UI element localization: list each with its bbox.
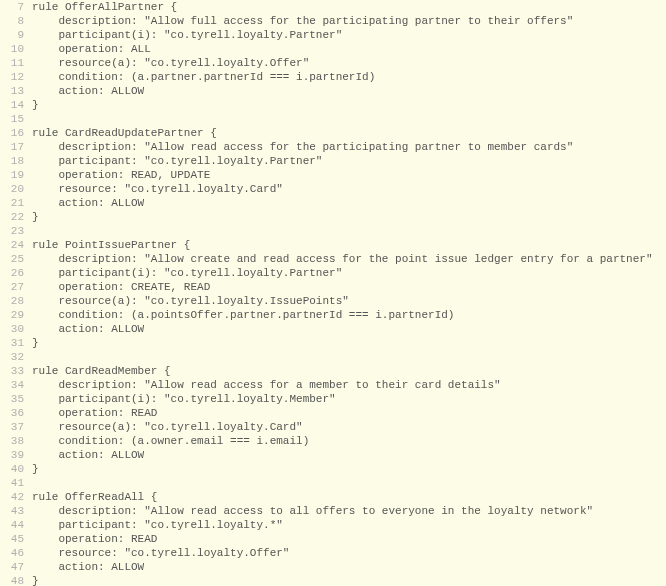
code-text: rule OfferAllPartner { bbox=[32, 0, 177, 14]
line-number: 25 bbox=[0, 252, 32, 266]
code-text: resource(a): "co.tyrell.loyalty.Offer" bbox=[32, 56, 309, 70]
code-text: condition: (a.owner.email === i.email) bbox=[32, 434, 309, 448]
code-line: 37 resource(a): "co.tyrell.loyalty.Card" bbox=[0, 420, 666, 434]
code-text: resource: "co.tyrell.loyalty.Offer" bbox=[32, 546, 289, 560]
code-line: 40} bbox=[0, 462, 666, 476]
code-text: description: "Allow read access for a me… bbox=[32, 378, 501, 392]
code-text: description: "Allow create and read acce… bbox=[32, 252, 653, 266]
line-number: 45 bbox=[0, 532, 32, 546]
code-line: 36 operation: READ bbox=[0, 406, 666, 420]
code-text: operation: READ bbox=[32, 406, 157, 420]
code-line: 30 action: ALLOW bbox=[0, 322, 666, 336]
line-number: 9 bbox=[0, 28, 32, 42]
line-number: 30 bbox=[0, 322, 32, 336]
line-number: 42 bbox=[0, 490, 32, 504]
code-text: action: ALLOW bbox=[32, 322, 144, 336]
code-line: 41 bbox=[0, 476, 666, 490]
line-number: 36 bbox=[0, 406, 32, 420]
line-number: 48 bbox=[0, 574, 32, 586]
code-text: condition: (a.partner.partnerId === i.pa… bbox=[32, 70, 375, 84]
line-number: 34 bbox=[0, 378, 32, 392]
code-line: 16rule CardReadUpdatePartner { bbox=[0, 126, 666, 140]
code-line: 27 operation: CREATE, READ bbox=[0, 280, 666, 294]
code-line: 28 resource(a): "co.tyrell.loyalty.Issue… bbox=[0, 294, 666, 308]
code-text: rule OfferReadAll { bbox=[32, 490, 157, 504]
line-number: 23 bbox=[0, 224, 32, 238]
line-number: 37 bbox=[0, 420, 32, 434]
code-line: 35 participant(i): "co.tyrell.loyalty.Me… bbox=[0, 392, 666, 406]
line-number: 29 bbox=[0, 308, 32, 322]
line-number: 7 bbox=[0, 0, 32, 14]
code-line: 45 operation: READ bbox=[0, 532, 666, 546]
line-number: 39 bbox=[0, 448, 32, 462]
code-line: 13 action: ALLOW bbox=[0, 84, 666, 98]
code-text: } bbox=[32, 336, 39, 350]
code-line: 24rule PointIssuePartner { bbox=[0, 238, 666, 252]
line-number: 14 bbox=[0, 98, 32, 112]
code-line: 26 participant(i): "co.tyrell.loyalty.Pa… bbox=[0, 266, 666, 280]
line-number: 33 bbox=[0, 364, 32, 378]
line-number: 16 bbox=[0, 126, 32, 140]
code-line: 31} bbox=[0, 336, 666, 350]
code-line: 44 participant: "co.tyrell.loyalty.*" bbox=[0, 518, 666, 532]
line-number: 35 bbox=[0, 392, 32, 406]
line-number: 40 bbox=[0, 462, 32, 476]
code-text: action: ALLOW bbox=[32, 84, 144, 98]
code-text: participant(i): "co.tyrell.loyalty.Membe… bbox=[32, 392, 336, 406]
code-line: 20 resource: "co.tyrell.loyalty.Card" bbox=[0, 182, 666, 196]
line-number: 47 bbox=[0, 560, 32, 574]
code-text: } bbox=[32, 98, 39, 112]
code-line: 25 description: "Allow create and read a… bbox=[0, 252, 666, 266]
code-line: 39 action: ALLOW bbox=[0, 448, 666, 462]
line-number: 38 bbox=[0, 434, 32, 448]
code-text: description: "Allow read access to all o… bbox=[32, 504, 593, 518]
code-text: } bbox=[32, 574, 39, 586]
code-line: 38 condition: (a.owner.email === i.email… bbox=[0, 434, 666, 448]
code-text: rule PointIssuePartner { bbox=[32, 238, 190, 252]
code-text: description: "Allow read access for the … bbox=[32, 140, 573, 154]
code-line: 23 bbox=[0, 224, 666, 238]
code-line: 14} bbox=[0, 98, 666, 112]
code-text: } bbox=[32, 210, 39, 224]
code-text: resource(a): "co.tyrell.loyalty.IssuePoi… bbox=[32, 294, 349, 308]
code-line: 15 bbox=[0, 112, 666, 126]
line-number: 46 bbox=[0, 546, 32, 560]
code-text: } bbox=[32, 462, 39, 476]
line-number: 26 bbox=[0, 266, 32, 280]
line-number: 11 bbox=[0, 56, 32, 70]
code-line: 7rule OfferAllPartner { bbox=[0, 0, 666, 14]
line-number: 10 bbox=[0, 42, 32, 56]
code-line: 10 operation: ALL bbox=[0, 42, 666, 56]
line-number: 18 bbox=[0, 154, 32, 168]
line-number: 27 bbox=[0, 280, 32, 294]
code-text: action: ALLOW bbox=[32, 448, 144, 462]
code-text: action: ALLOW bbox=[32, 560, 144, 574]
code-text: description: "Allow full access for the … bbox=[32, 14, 573, 28]
code-text: resource: "co.tyrell.loyalty.Card" bbox=[32, 182, 283, 196]
code-line: 19 operation: READ, UPDATE bbox=[0, 168, 666, 182]
code-text: rule CardReadMember { bbox=[32, 364, 171, 378]
line-number: 32 bbox=[0, 350, 32, 364]
code-line: 12 condition: (a.partner.partnerId === i… bbox=[0, 70, 666, 84]
code-line: 32 bbox=[0, 350, 666, 364]
line-number: 17 bbox=[0, 140, 32, 154]
code-text: condition: (a.pointsOffer.partner.partne… bbox=[32, 308, 454, 322]
line-number: 19 bbox=[0, 168, 32, 182]
code-line: 9 participant(i): "co.tyrell.loyalty.Par… bbox=[0, 28, 666, 42]
code-text: operation: READ bbox=[32, 532, 157, 546]
code-line: 11 resource(a): "co.tyrell.loyalty.Offer… bbox=[0, 56, 666, 70]
code-text: rule CardReadUpdatePartner { bbox=[32, 126, 217, 140]
code-line: 21 action: ALLOW bbox=[0, 196, 666, 210]
code-editor: 7rule OfferAllPartner {8 description: "A… bbox=[0, 0, 666, 586]
line-number: 12 bbox=[0, 70, 32, 84]
code-line: 29 condition: (a.pointsOffer.partner.par… bbox=[0, 308, 666, 322]
line-number: 20 bbox=[0, 182, 32, 196]
line-number: 8 bbox=[0, 14, 32, 28]
code-text: participant: "co.tyrell.loyalty.*" bbox=[32, 518, 283, 532]
line-number: 31 bbox=[0, 336, 32, 350]
line-number: 21 bbox=[0, 196, 32, 210]
code-text: participant(i): "co.tyrell.loyalty.Partn… bbox=[32, 266, 342, 280]
code-line: 43 description: "Allow read access to al… bbox=[0, 504, 666, 518]
code-text: operation: READ, UPDATE bbox=[32, 168, 210, 182]
line-number: 13 bbox=[0, 84, 32, 98]
